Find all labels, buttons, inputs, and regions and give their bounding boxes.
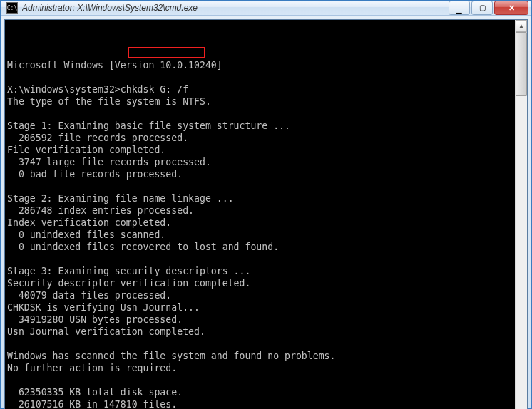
terminal-line: 0 unindexed files recovered to lost and … [7,241,513,253]
minimize-icon: ▁ [456,6,462,14]
terminal-line: Microsoft Windows [Version 10.0.10240] [7,59,513,71]
terminal-line [7,253,513,265]
terminal-output[interactable]: Microsoft Windows [Version 10.0.10240] X… [5,20,515,409]
terminal-line: 34919280 USN bytes processed. [7,314,513,326]
close-button[interactable]: ✕ [494,1,528,15]
close-icon: ✕ [508,4,515,12]
terminal-line: File verification completed. [7,144,513,156]
chevron-up-icon: ▲ [518,23,524,29]
scroll-track[interactable] [516,32,527,409]
terminal-line [7,71,513,83]
client-area: Microsoft Windows [Version 10.0.10240] X… [4,19,528,409]
terminal-line: Stage 3: Examining security descriptors … [7,265,513,277]
terminal-line: Stage 2: Examining file name linkage ... [7,192,513,204]
terminal-line [7,338,513,350]
minimize-button[interactable]: ▁ [449,1,470,15]
terminal-line: Usn Journal verification completed. [7,326,513,338]
window-controls: ▁ ▢ ✕ [449,1,528,15]
terminal-line [7,374,513,386]
terminal-line: 206592 file records processed. [7,132,513,144]
cmd-window: C:\ Administrator: X:\Windows\System32\c… [0,0,532,409]
terminal-line: Stage 1: Examining basic file system str… [7,120,513,132]
terminal-line: 0 unindexed files scanned. [7,229,513,241]
maximize-icon: ▢ [479,4,486,11]
terminal-line: Windows has scanned the file system and … [7,350,513,362]
cmd-icon: C:\ [6,2,18,14]
terminal-line: The type of the file system is NTFS. [7,95,513,108]
terminal-line: X:\windows\system32>chkdsk G: /f [7,83,513,95]
window-title: Administrator: X:\Windows\System32\cmd.e… [22,3,449,13]
maximize-button[interactable]: ▢ [471,1,493,15]
terminal-line: Index verification completed. [7,217,513,229]
terminal-line: No further action is required. [7,362,513,374]
terminal-line: 286748 index entries processed. [7,204,513,217]
terminal-line: Security descriptor verification complet… [7,277,513,289]
terminal-line: 3747 large file records processed. [7,156,513,168]
terminal-line [7,180,513,192]
scroll-thumb[interactable] [516,32,527,96]
scroll-up-button[interactable]: ▲ [516,20,527,32]
terminal-line: CHKDSK is verifying Usn Journal... [7,301,513,314]
terminal-line: 26107516 KB in 147810 files. [7,398,513,409]
vertical-scrollbar[interactable]: ▲ ▼ [515,20,527,409]
titlebar[interactable]: C:\ Administrator: X:\Windows\System32\c… [1,1,531,16]
command-highlight [128,47,205,58]
terminal-line [7,108,513,120]
terminal-line: 40079 data files processed. [7,289,513,301]
terminal-line: 62350335 KB total disk space. [7,386,513,398]
terminal-line: 0 bad file records processed. [7,168,513,180]
